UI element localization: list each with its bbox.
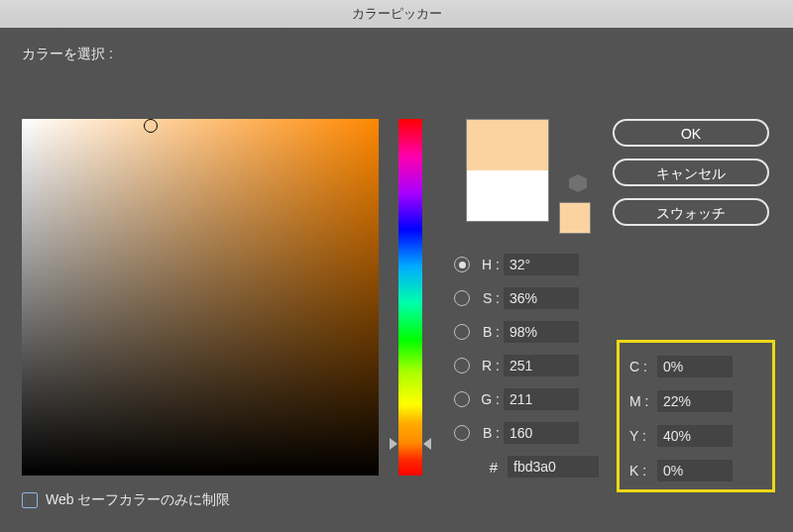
g-label: G : (474, 391, 504, 407)
s-label: S : (474, 290, 504, 306)
b-hsb-radio[interactable] (454, 324, 470, 340)
b-hsb-label: B : (474, 324, 504, 340)
m-label: M : (629, 393, 657, 409)
m-input[interactable] (657, 390, 733, 412)
r-label: R : (474, 358, 504, 373)
cmyk-highlight-box: C : M : Y : K : (617, 340, 775, 492)
k-input[interactable] (657, 460, 733, 481)
b-rgb-radio[interactable] (454, 425, 470, 441)
k-label: K : (629, 463, 657, 479)
c-input[interactable] (657, 356, 733, 377)
h-radio[interactable] (454, 257, 470, 272)
hue-arrow-left-icon (390, 438, 397, 450)
s-input[interactable] (504, 287, 579, 309)
h-input[interactable] (504, 254, 579, 275)
hex-label: # (454, 459, 508, 476)
r-radio[interactable] (454, 358, 470, 373)
g-radio[interactable] (454, 391, 470, 407)
websafe-checkbox[interactable] (22, 492, 38, 508)
websafe-label: Web セーフカラーのみに制限 (46, 491, 230, 509)
nearest-swatch[interactable] (559, 202, 591, 234)
b-rgb-label: B : (474, 425, 504, 441)
cube-icon (569, 174, 587, 192)
window-title: カラーピッカー (352, 6, 442, 21)
current-color-swatch[interactable] (467, 120, 548, 170)
c-label: C : (629, 359, 657, 374)
swatch-button[interactable]: スウォッチ (613, 198, 769, 226)
hue-slider[interactable] (398, 119, 422, 476)
r-input[interactable] (504, 355, 579, 376)
hue-arrow-right-icon (423, 438, 431, 450)
s-radio[interactable] (454, 290, 470, 306)
select-color-label: カラーを選択 : (22, 46, 771, 63)
ok-button[interactable]: OK (613, 119, 769, 147)
sv-cursor-icon (144, 119, 158, 133)
hex-input[interactable] (508, 456, 599, 478)
b-hsb-input[interactable] (504, 321, 579, 343)
y-label: Y : (629, 428, 657, 444)
previous-color-swatch[interactable] (467, 170, 548, 221)
saturation-value-field[interactable] (22, 119, 379, 476)
window-titlebar: カラーピッカー (0, 0, 793, 28)
cancel-button[interactable]: キャンセル (613, 159, 769, 186)
h-label: H : (474, 257, 504, 272)
color-swatch-compare (466, 119, 549, 222)
y-input[interactable] (657, 425, 733, 447)
g-input[interactable] (504, 388, 579, 410)
b-rgb-input[interactable] (504, 422, 579, 444)
